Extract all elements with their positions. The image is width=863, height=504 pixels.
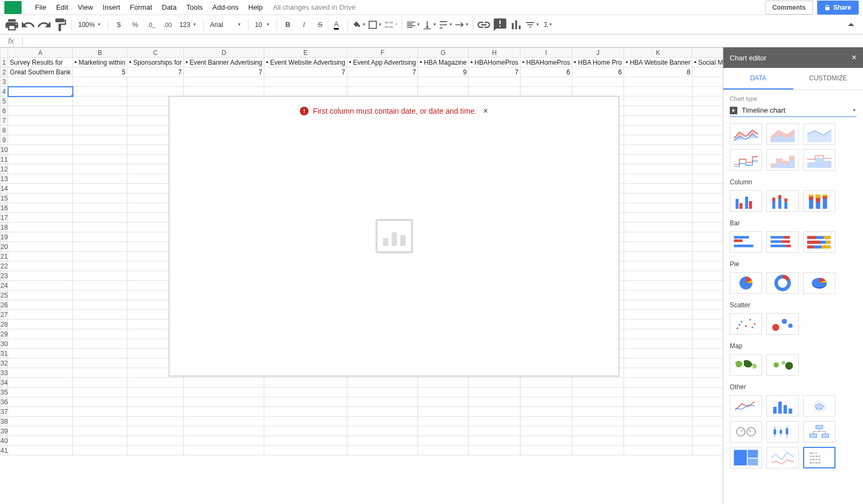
- row-header-12[interactable]: 12: [1, 164, 8, 174]
- cell-H3[interactable]: [469, 77, 520, 87]
- row-header-14[interactable]: 14: [1, 184, 8, 194]
- cell-L20[interactable]: [692, 242, 723, 252]
- menu-edit[interactable]: Edit: [51, 1, 73, 13]
- cell-E2[interactable]: 7: [264, 67, 347, 77]
- chart-thumb-column-2[interactable]: [766, 190, 799, 212]
- zoom-select[interactable]: 100%▼: [75, 21, 105, 29]
- cell-J4[interactable]: [572, 87, 624, 96]
- menu-data[interactable]: Data: [157, 1, 181, 13]
- cell-A9[interactable]: [8, 135, 73, 145]
- currency-icon[interactable]: $: [112, 17, 127, 32]
- row-header-5[interactable]: 5: [1, 96, 8, 106]
- cell-B35[interactable]: [73, 388, 127, 397]
- cell-I4[interactable]: [520, 87, 572, 96]
- cell-A4[interactable]: [8, 87, 73, 96]
- col-header-L[interactable]: L: [692, 48, 723, 58]
- cell-C37[interactable]: [127, 407, 184, 417]
- col-header-E[interactable]: E: [264, 48, 347, 58]
- cell-G1[interactable]: • HBA Magazine: [418, 58, 469, 67]
- cell-B38[interactable]: [73, 417, 127, 426]
- cell-K22[interactable]: [624, 261, 692, 271]
- cell-A25[interactable]: [8, 291, 73, 300]
- cell-L36[interactable]: [692, 397, 723, 407]
- cell-I38[interactable]: [520, 417, 572, 426]
- row-header-26[interactable]: 26: [1, 300, 8, 310]
- cell-J39[interactable]: [572, 426, 624, 436]
- cell-E36[interactable]: [264, 397, 347, 407]
- cell-L23[interactable]: [692, 271, 723, 281]
- cell-B6[interactable]: [73, 106, 127, 116]
- cell-K5[interactable]: [624, 96, 692, 106]
- cell-B40[interactable]: [73, 436, 127, 446]
- chart-thumb-candlestick[interactable]: [766, 421, 799, 443]
- cell-B41[interactable]: [73, 446, 127, 455]
- cell-F40[interactable]: [347, 436, 417, 446]
- cell-B5[interactable]: [73, 96, 127, 106]
- cell-B23[interactable]: [73, 271, 127, 281]
- cell-L12[interactable]: [692, 164, 723, 174]
- chart-thumb-area-2[interactable]: [766, 123, 799, 145]
- cell-K27[interactable]: [624, 310, 692, 320]
- cell-K32[interactable]: [624, 358, 692, 368]
- cell-B26[interactable]: [73, 300, 127, 310]
- cell-B29[interactable]: [73, 329, 127, 339]
- cell-H35[interactable]: [469, 388, 520, 397]
- cell-H40[interactable]: [469, 436, 520, 446]
- cell-C34[interactable]: [127, 378, 184, 388]
- cell-B7[interactable]: [73, 116, 127, 126]
- fill-color-icon[interactable]: ▼: [351, 17, 366, 32]
- chart-thumb-column-1[interactable]: [730, 190, 762, 212]
- cell-B17[interactable]: [73, 213, 127, 223]
- cell-A19[interactable]: [8, 232, 73, 242]
- cell-J2[interactable]: 6: [572, 67, 624, 77]
- cell-K35[interactable]: [624, 388, 692, 397]
- cell-E41[interactable]: [264, 446, 347, 455]
- cell-K36[interactable]: [624, 397, 692, 407]
- menu-file[interactable]: File: [30, 1, 51, 13]
- cell-I40[interactable]: [520, 436, 572, 446]
- cell-K1[interactable]: • HBA Website Banner: [624, 58, 692, 67]
- cell-L24[interactable]: [692, 281, 723, 291]
- redo-icon[interactable]: [37, 17, 52, 32]
- cell-D35[interactable]: [183, 388, 264, 397]
- cell-L26[interactable]: [692, 300, 723, 310]
- col-header-H[interactable]: H: [469, 48, 520, 58]
- error-close-icon[interactable]: ×: [483, 106, 488, 116]
- cell-K28[interactable]: [624, 320, 692, 329]
- cell-I39[interactable]: [520, 426, 572, 436]
- share-button[interactable]: Share: [817, 1, 859, 15]
- cell-K38[interactable]: [624, 417, 692, 426]
- cell-F39[interactable]: [347, 426, 417, 436]
- cell-A40[interactable]: [8, 436, 73, 446]
- cell-L37[interactable]: [692, 407, 723, 417]
- cell-B24[interactable]: [73, 281, 127, 291]
- cell-D1[interactable]: • Event Banner Advertising: [183, 58, 264, 67]
- cell-L9[interactable]: [692, 135, 723, 145]
- cell-C1[interactable]: • Sponsorships for: [127, 58, 184, 67]
- cell-A7[interactable]: [8, 116, 73, 126]
- italic-icon[interactable]: I: [297, 17, 312, 32]
- row-header-23[interactable]: 23: [1, 271, 8, 281]
- cell-E37[interactable]: [264, 407, 347, 417]
- menu-addons[interactable]: Add-ons: [208, 1, 243, 13]
- row-header-30[interactable]: 30: [1, 339, 8, 349]
- row-header-29[interactable]: 29: [1, 329, 8, 339]
- chart-thumb-gauge[interactable]: [730, 421, 762, 443]
- cell-K40[interactable]: [624, 436, 692, 446]
- cell-A33[interactable]: [8, 368, 73, 378]
- chart-thumb-bar-3[interactable]: [803, 231, 835, 253]
- cell-B8[interactable]: [73, 126, 127, 135]
- cell-B1[interactable]: • Marketing within: [73, 58, 127, 67]
- cell-K3[interactable]: [624, 77, 692, 87]
- menu-view[interactable]: View: [73, 1, 98, 13]
- row-header-3[interactable]: 3: [1, 77, 8, 87]
- cell-G3[interactable]: [418, 77, 469, 87]
- cell-K16[interactable]: [624, 203, 692, 213]
- cell-K11[interactable]: [624, 155, 692, 164]
- cell-A20[interactable]: [8, 242, 73, 252]
- cell-A13[interactable]: [8, 174, 73, 184]
- cell-A24[interactable]: [8, 281, 73, 291]
- cell-K37[interactable]: [624, 407, 692, 417]
- cell-L3[interactable]: [692, 77, 723, 87]
- cell-K39[interactable]: [624, 426, 692, 436]
